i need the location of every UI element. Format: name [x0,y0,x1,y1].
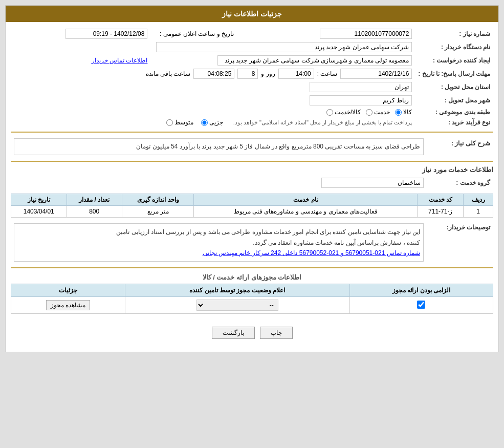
radio-kala-label: کالا [403,109,412,116]
col-need-date: تاریخ نیاز [11,194,67,206]
info-table: شماره نیاز : تاریخ و ساعت اعلان عمومی : … [11,27,493,127]
need-number-label: شماره نیاز : [415,27,493,40]
radio-khadamat-label: خدمت [374,109,390,116]
license-table: الزامی بودن ارائه مجوز اعلام وضعیت مجوز … [11,284,493,314]
radio-jozei[interactable] [201,119,208,126]
divider-3 [11,267,493,268]
city-input[interactable] [310,95,412,105]
services-table: ردیف کد خدمت نام خدمت واحد اندازه گیری ت… [11,194,493,218]
radio-kala-khadamat[interactable] [326,109,333,116]
province-label: استان محل تحویل : [415,80,493,94]
view-license-button[interactable]: مشاهده مجوز [46,300,90,310]
creator-value [150,54,415,67]
divider-1 [11,132,493,133]
services-section-title: اطلاعات خدمات مورد نیاز [11,166,493,174]
service-group-input[interactable] [321,178,424,188]
license-status-cell: -- [125,297,349,314]
buyer-desc-line1: این نیاز جهت شناسایی تامین کننده برای ان… [116,228,420,236]
col-unit: واحد اندازه گیری [122,194,194,206]
need-desc-table: شرح کلی نیاز : طراحی فضای سبز به مساحت ت… [11,137,493,157]
reply-time-input[interactable] [278,69,314,79]
buyer-desc-line3[interactable]: شماره تماس 021-56790051 و 021-56790052 د… [203,249,420,257]
col-service-code: کد خدمت [418,194,464,206]
reply-time-label: ساعت : [317,70,338,77]
cell-need-date: 1403/04/01 [11,206,67,218]
service-group-table: گروه خدمت : [11,176,493,189]
radio-mottavaset[interactable] [166,119,173,126]
reply-deadline-label: مهلت ارسال پاسخ: تا تاریخ : [415,67,493,80]
need-number-value [243,27,415,40]
announce-input[interactable] [65,29,147,39]
city-label: شهر محل تحویل : [415,94,493,107]
radio-khadamat-item: خدمت [366,109,390,116]
radio-mottavaset-item: متوسط [166,119,193,126]
reply-days-input[interactable] [237,69,258,79]
creator-label: ایجاد کننده درخواست : [415,54,493,67]
page-title: جزئیات اطلاعات نیاز [222,10,282,18]
print-button[interactable]: چاپ [260,327,293,339]
col-row-num: ردیف [464,194,493,206]
announce-label: تاریخ و ساعت اعلان عمومی : [150,27,243,40]
service-group-label: گروه خدمت : [427,176,493,189]
creator-link[interactable]: اطلاعات تماس خریدار [92,57,148,64]
service-group-value [11,176,427,189]
buyer-desc-line2: کننده ، سفارش براساس آیین نامه خدمات مشا… [253,239,420,246]
need-desc-box: طراحی فضای سبز به مساحت تقریبی 800 مترمر… [14,138,424,155]
province-value [11,80,415,94]
cell-unit: متر مربع [122,206,194,218]
city-value [11,94,415,107]
buyer-org-input[interactable] [156,42,412,52]
radio-jozei-item: جزیی [201,119,223,126]
need-desc-value: طراحی فضای سبز به مساحت تقریبی 800 مترمر… [11,137,427,157]
buyer-org-value [11,40,415,54]
license-col-required: الزامی بودن ارائه مجوز [349,284,493,297]
reply-day-label: روز و [261,70,275,77]
license-required-cell [349,297,493,314]
creator-input[interactable] [217,55,412,66]
license-status-select[interactable]: -- [196,300,278,311]
main-container: جزئیات اطلاعات نیاز شماره نیاز : تاریخ و… [5,5,499,352]
table-row: 1 ز-71-711 فعالیت‌های معماری و مهندسی و … [11,206,493,218]
cell-row-num: 1 [464,206,493,218]
reply-remaining-input[interactable] [193,69,234,79]
divider-2 [11,161,493,162]
buyer-desc-box: این نیاز جهت شناسایی تامین کننده برای ان… [14,223,424,262]
radio-kala-khadamat-item: کالا/خدمت [326,109,361,116]
purchase-type-label: نوع فرآیند خرید : [415,117,493,127]
need-desc-label: شرح کلی نیاز : [427,137,493,157]
col-quantity: تعداد / مقدار [67,194,122,206]
announce-value [11,27,150,40]
license-details-cell: مشاهده مجوز [11,297,125,314]
license-row: -- مشاهده مجوز [11,297,493,314]
radio-jozei-label: جزیی [209,119,223,126]
license-col-status: اعلام وضعیت مجوز توسط تامین کننده [125,284,349,297]
category-label: طبقه بندی موضوعی : [415,107,493,117]
cell-service-name: فعالیت‌های معماری و مهندسی و مشاوره‌های … [194,206,418,218]
back-button[interactable]: بازگشت [212,327,255,339]
need-number-input[interactable] [320,29,412,39]
footer-buttons: چاپ بازگشت [11,319,493,347]
license-section-title: اطلاعات مجوزهای ارائه خدمت / کالا [11,273,493,281]
buyer-org-label: نام دستگاه خریدار : [415,40,493,54]
cell-service-code: ز-71-711 [418,206,464,218]
radio-khadamat[interactable] [366,109,372,116]
radio-mottavaset-label: متوسط [174,119,193,126]
purchase-notice: پرداخت تمام یا بخشی از مبلغ خریدار از مح… [233,119,412,126]
col-service-name: نام خدمت [194,194,418,206]
radio-kala-item: کالا [395,109,412,116]
buyer-desc-label: توصیحات خریدار: [427,222,493,263]
radio-kala[interactable] [395,109,402,116]
radio-kala-khadamat-label: کالا/خدمت [335,109,361,116]
reply-date-input[interactable] [340,69,412,79]
license-col-details: جزئیات [11,284,125,297]
cell-quantity: 800 [67,206,122,218]
province-input[interactable] [310,82,412,92]
license-required-checkbox[interactable] [417,301,425,309]
page-header: جزئیات اطلاعات نیاز [6,6,498,22]
buyer-desc-table: توصیحات خریدار: این نیاز جهت شناسایی تام… [11,222,493,263]
reply-remaining-label: ساعت باقی مانده [146,70,191,77]
